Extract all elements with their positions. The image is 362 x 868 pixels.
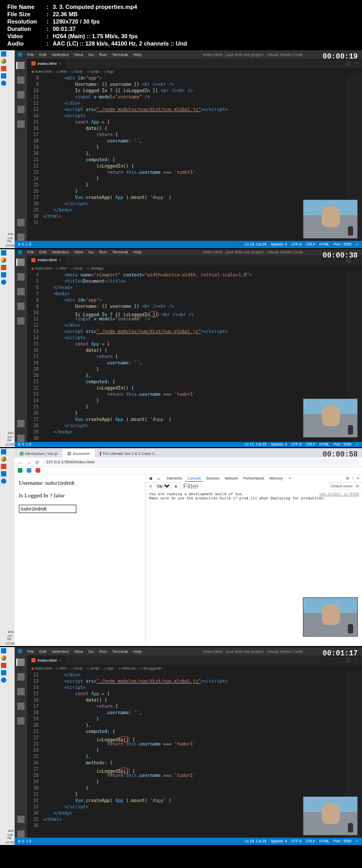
- breadcrumb[interactable]: ◆ index.html › ◇ html › ◇ body › ◇ scrip…: [27, 68, 362, 75]
- levels-select[interactable]: Default levels: [331, 484, 353, 488]
- code-line[interactable]: </body>: [43, 429, 346, 436]
- menu-run[interactable]: Run: [99, 250, 107, 254]
- tab-index-html[interactable]: index.html ×: [27, 59, 66, 68]
- breadcrumb-item[interactable]: ◇ App: [104, 70, 114, 74]
- vscode-icon[interactable]: [1, 670, 6, 675]
- more-icon[interactable]: ⋯: [354, 61, 359, 66]
- console-settings-icon[interactable]: ⚙: [356, 484, 359, 488]
- code-line[interactable]: <script src="./node_modules/vue/dist/vue…: [43, 678, 346, 685]
- devtools-tab-memory[interactable]: Memory: [267, 475, 285, 481]
- powerpoint-icon[interactable]: [1, 464, 6, 469]
- code-line[interactable]: </body>: [43, 810, 346, 817]
- code-line[interactable]: Vue.createApp( App ).mount( '#app' ): [43, 798, 346, 804]
- extensions-icon[interactable]: [17, 317, 25, 325]
- code-line[interactable]: Username: {{ username }} <br /><br />: [43, 82, 346, 88]
- code-line[interactable]: }: [43, 785, 346, 792]
- code-line[interactable]: Is Logged In ? {{ isLoggedIn }} <br /><b…: [43, 310, 346, 316]
- code-line[interactable]: </div>: [43, 322, 346, 329]
- code-line[interactable]: <div id="app">: [43, 75, 346, 82]
- extensions-icon[interactable]: [17, 717, 25, 725]
- forward-icon[interactable]: →: [26, 460, 31, 465]
- edge-icon[interactable]: [1, 677, 6, 683]
- breadcrumb-item[interactable]: ◇ body: [71, 70, 83, 74]
- context-select[interactable]: top: [155, 484, 171, 488]
- scm-icon[interactable]: [17, 688, 25, 695]
- menu-terminal[interactable]: Terminal: [112, 52, 128, 57]
- breadcrumb-item[interactable]: ◇ html: [56, 266, 66, 271]
- breadcrumb-item[interactable]: ◇ script: [87, 70, 99, 74]
- extensions-icon[interactable]: [17, 120, 25, 128]
- menu-selection[interactable]: Selection: [52, 52, 69, 57]
- menu-help[interactable]: Help: [133, 250, 141, 254]
- remote-icon[interactable]: ⊘ 0 ⚠ 0: [18, 442, 31, 447]
- menu-selection[interactable]: Selection: [52, 649, 69, 654]
- code-line[interactable]: </script>: [43, 804, 346, 810]
- close-icon[interactable]: ×: [59, 658, 61, 663]
- settings-icon[interactable]: ⚙: [346, 476, 349, 481]
- breadcrumb-item[interactable]: ◆ index.html: [31, 266, 52, 271]
- code-line[interactable]: </script>: [43, 423, 346, 429]
- code-line[interactable]: computed: {: [43, 157, 346, 163]
- settings-icon[interactable]: [17, 233, 25, 241]
- code-line[interactable]: return this.username === 'tudor1': [43, 170, 346, 176]
- menu-selection[interactable]: Selection: [52, 250, 69, 254]
- code-line[interactable]: username: '',: [43, 710, 346, 716]
- code-line[interactable]: },: [43, 151, 346, 157]
- eye-icon[interactable]: ◉: [174, 484, 177, 488]
- scm-icon[interactable]: [17, 91, 25, 98]
- code-line[interactable]: }: [43, 716, 346, 722]
- menu-run[interactable]: Run: [99, 52, 107, 57]
- menu-help[interactable]: Help: [133, 649, 141, 654]
- cursor-position[interactable]: Ln 28, Col 28: [245, 839, 267, 843]
- menu-view[interactable]: View: [74, 250, 83, 254]
- edge-icon[interactable]: [1, 81, 6, 86]
- code-line[interactable]: }: [43, 398, 346, 404]
- close-icon[interactable]: ×: [357, 476, 359, 481]
- explorer-icon[interactable]: [16, 659, 25, 666]
- menu-run[interactable]: Run: [99, 649, 107, 654]
- bookmark-icon[interactable]: [36, 468, 40, 473]
- code-line[interactable]: </html>: [43, 214, 346, 220]
- code-line[interactable]: },: [43, 722, 346, 729]
- breadcrumb-item[interactable]: ◆ index.html: [31, 666, 52, 671]
- devtools-tab-sources[interactable]: Sources: [204, 475, 222, 481]
- status-spaces[interactable]: Spaces: 4: [270, 242, 287, 247]
- settings-icon[interactable]: [17, 830, 25, 838]
- code-line[interactable]: </script>: [43, 201, 346, 207]
- devtools-tab-performance[interactable]: Performance: [241, 475, 266, 481]
- powerpoint-icon[interactable]: [1, 265, 6, 270]
- start-icon[interactable]: [1, 449, 6, 454]
- debug-icon[interactable]: [17, 703, 25, 710]
- breadcrumb-item[interactable]: ◇ html: [56, 70, 66, 74]
- browser-tab[interactable]: Document: [62, 449, 95, 458]
- breadcrumb-item[interactable]: ◇ App: [104, 666, 114, 671]
- lang-indicator[interactable]: ENG: [8, 232, 14, 236]
- account-icon[interactable]: [17, 420, 25, 427]
- code-line[interactable]: [43, 823, 346, 829]
- split-editor-icon[interactable]: ▢: [346, 658, 351, 663]
- code-line[interactable]: data() {: [43, 348, 346, 354]
- code-line[interactable]: <script src="./node_modules/vue/dist/vue…: [43, 329, 346, 335]
- explorer-icon[interactable]: [16, 259, 25, 266]
- cursor-position[interactable]: Ln 19, Col 26: [245, 242, 267, 247]
- code-line[interactable]: <script>: [43, 685, 346, 691]
- code-line[interactable]: computed: {: [43, 379, 346, 385]
- bookmark-icon[interactable]: [27, 468, 31, 473]
- account-icon[interactable]: [17, 816, 25, 823]
- code-line[interactable]: <body>: [43, 291, 346, 297]
- breadcrumb-item[interactable]: ◇ methods: [118, 666, 136, 671]
- menu-go[interactable]: Go: [88, 250, 94, 254]
- tab-index-html[interactable]: index.html ×: [27, 255, 66, 265]
- code-line[interactable]: }: [43, 792, 346, 798]
- menu-file[interactable]: File: [27, 649, 34, 654]
- device-icon[interactable]: ▭: [157, 476, 161, 481]
- code-line[interactable]: <meta name="viewport" content="width=dev…: [43, 272, 346, 279]
- lang-indicator[interactable]: ENG: [8, 630, 14, 633]
- code-line[interactable]: return {: [43, 354, 346, 360]
- code-line[interactable]: Vue.createApp( App ).mount( '#app' ): [43, 417, 346, 423]
- close-icon[interactable]: ×: [59, 61, 61, 66]
- source-link[interactable]: vue.global.js:9358: [319, 492, 359, 496]
- code-line[interactable]: }: [43, 748, 346, 754]
- code-line[interactable]: username: '',: [43, 138, 346, 144]
- devtools-tab-console[interactable]: Console: [185, 475, 203, 482]
